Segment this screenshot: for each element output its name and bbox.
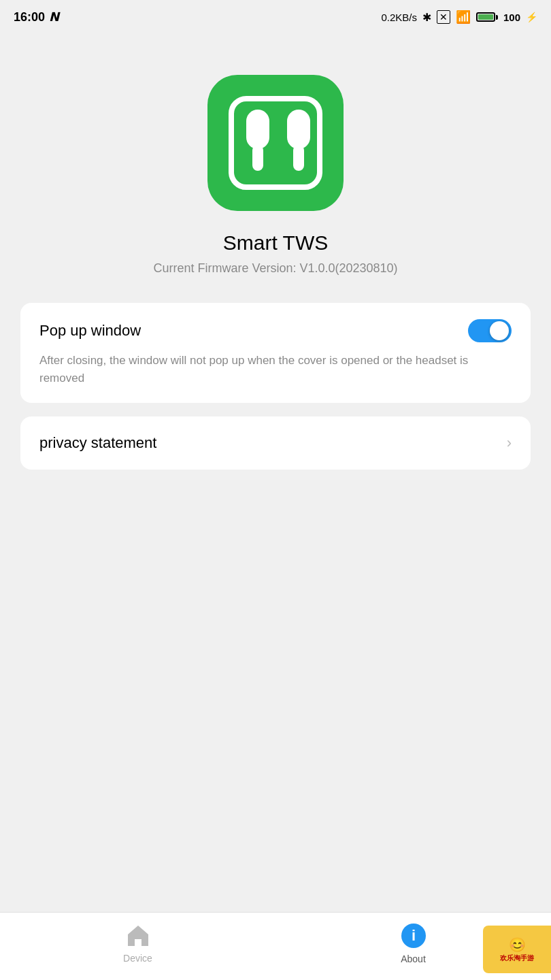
earbuds-svg <box>224 92 327 194</box>
popup-settings-card: Pop up window After closing, the window … <box>20 303 531 403</box>
bottom-nav: Device i About <box>0 912 551 980</box>
status-bar: 16:00 𝗡 0.2KB/s ✱ ✕ 📶 100 ⚡ <box>0 0 551 34</box>
privacy-label: privacy statement <box>39 434 156 452</box>
popup-row: Pop up window <box>39 319 512 342</box>
privacy-card[interactable]: privacy statement › <box>20 416 531 470</box>
svg-rect-4 <box>293 145 304 171</box>
watermark-badge: 😊 欢乐淘手游 <box>483 926 551 973</box>
status-time: 16:00 𝗡 <box>14 10 59 24</box>
about-icon: i <box>400 922 427 949</box>
battery-icon <box>476 12 498 22</box>
privacy-row[interactable]: privacy statement › <box>20 416 531 470</box>
popup-description: After closing, the window will not pop u… <box>39 352 512 387</box>
device-home-icon <box>125 923 151 949</box>
network-icon: 𝗡 <box>49 10 59 24</box>
time-display: 16:00 <box>14 10 45 24</box>
about-nav-label: About <box>401 953 426 964</box>
svg-rect-3 <box>287 110 310 149</box>
toggle-knob <box>490 321 509 340</box>
close-icon: ✕ <box>437 10 450 24</box>
popup-toggle[interactable] <box>468 319 512 342</box>
network-speed: 0.2KB/s <box>381 12 417 23</box>
chevron-right-icon: › <box>507 434 512 452</box>
bluetooth-icon: ✱ <box>422 11 431 24</box>
firmware-version: Current Firmware Version: V1.0.0(2023081… <box>153 261 397 276</box>
popup-label: Pop up window <box>39 322 141 340</box>
nav-device[interactable]: Device <box>0 923 276 964</box>
watermark-emoji: 😊 <box>509 936 526 953</box>
svg-text:i: i <box>411 927 415 944</box>
app-title: Smart TWS <box>223 231 328 255</box>
battery-level: 100 <box>503 12 520 23</box>
svg-rect-2 <box>252 145 263 171</box>
wifi-icon: 📶 <box>456 10 471 24</box>
svg-rect-1 <box>246 110 269 149</box>
charging-icon: ⚡ <box>526 12 537 22</box>
app-icon <box>207 75 344 211</box>
status-right: 0.2KB/s ✱ ✕ 📶 100 ⚡ <box>381 10 537 24</box>
device-nav-label: Device <box>123 953 152 964</box>
main-content: Smart TWS Current Firmware Version: V1.0… <box>0 34 551 551</box>
watermark-text: 欢乐淘手游 <box>500 954 534 962</box>
